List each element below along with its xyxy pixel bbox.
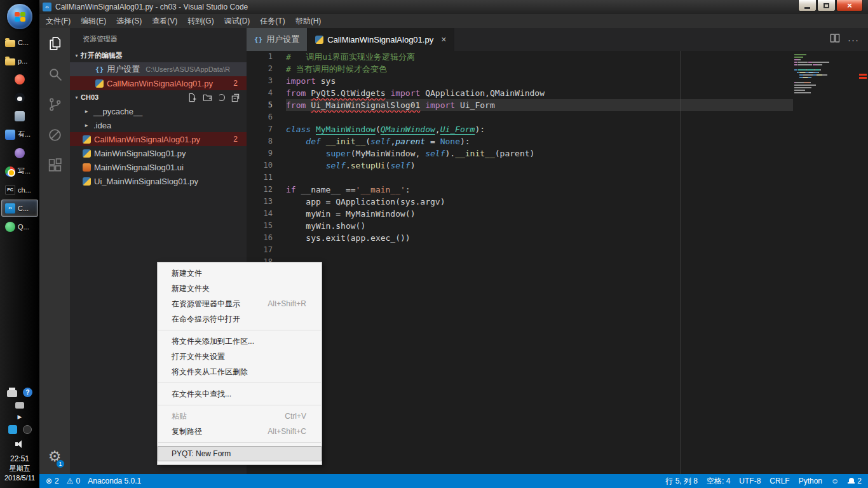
status-item[interactable]: UTF-8 [739,477,761,485]
search-icon[interactable] [39,58,70,89]
taskbar-app-pycharm[interactable]: PCch... [1,181,38,198]
settings-gear-icon[interactable]: ⚙ 1 [39,445,70,468]
printer-icon[interactable] [7,390,17,397]
menubar-item[interactable]: 调试(D) [219,14,255,28]
status-item[interactable]: ⚠0 [67,477,80,485]
taskbar-app-github[interactable] [1,89,38,106]
context-menu-item[interactable]: 新建文件 [158,266,322,281]
context-menu-item[interactable]: 在资源管理器中显示Alt+Shift+R [158,296,322,311]
context-menu-item[interactable]: 复制路径Alt+Shift+C [158,424,322,439]
taskbar-app-qq[interactable]: Q... [1,218,38,235]
status-item[interactable]: CRLF [770,477,789,485]
context-menu-item[interactable]: 粘贴Ctrl+V [158,409,322,424]
taskbar-app-youdao[interactable]: 有... [1,126,38,143]
folder-section-header[interactable]: ▾ CH03 [70,90,247,104]
menubar-item[interactable]: 文件(F) [41,14,76,28]
taskbar-app-purple[interactable] [1,144,38,161]
refresh-icon[interactable] [218,94,225,101]
code-line[interactable]: 2# 当有调用的时候才会变色 [247,63,793,75]
fax-icon[interactable] [15,402,24,409]
status-item[interactable]: 空格: 4 [707,476,730,487]
code-line[interactable]: 8 def __init__(self,parent = None): [247,135,793,147]
more-actions-icon[interactable]: ··· [848,35,859,44]
context-menu-item[interactable]: 将文件夹从工作区删除 [158,364,322,379]
taskbar-folder-p[interactable]: p... [1,52,38,69]
taskbar-folder-c[interactable]: C... [1,34,38,51]
context-menu-item[interactable]: 在文件夹中查找... [158,386,322,402]
status-item[interactable]: Python [799,477,822,485]
new-folder-icon[interactable] [203,93,212,102]
debug-icon[interactable] [39,119,70,150]
open-editor-item[interactable]: CallMianWinSignalAlog01.py2 [70,76,247,90]
code-line[interactable]: 7class MyMainWindow(QMainWindow,Ui_Form)… [247,123,793,135]
context-menu-item[interactable]: 将文件夹添加到工作区... [158,334,322,349]
close-button[interactable]: × [836,0,863,11]
context-menu-item[interactable]: PYQT: New Form [158,446,322,461]
context-menu-item[interactable]: 新建文件夹 [158,281,322,296]
tree-file[interactable]: MainWinSignalSlog01.ui [70,160,247,174]
source-control-icon[interactable] [39,89,70,119]
editor-tab[interactable]: CallMianWinSignalAlog01.py× [308,28,454,51]
code-line[interactable]: 1# 调用ui界面实现业务逻辑分离 [247,51,793,63]
code-line[interactable]: 11 [247,172,793,184]
context-menu-item[interactable]: 打开文件夹设置 [158,349,322,364]
code-line[interactable]: 17 [247,244,793,256]
code-line[interactable]: 12if __name__ =='__main__': [247,184,793,196]
menubar-item[interactable]: 编辑(E) [76,14,111,28]
help-icon[interactable]: ? [23,388,32,397]
menubar-item[interactable]: 查看(V) [147,14,182,28]
taskbar-app-writer[interactable]: 写... [1,163,38,180]
close-tab-icon[interactable]: × [441,34,446,44]
code-line[interactable]: 3import sys [247,75,793,87]
context-menu-item[interactable]: 在命令提示符中打开 [158,311,322,327]
collapse-all-icon[interactable] [231,93,240,102]
minimap[interactable] [794,54,853,100]
status-item[interactable]: 行 5, 列 8 [665,476,698,487]
expand-icon[interactable]: ▶ [18,414,22,420]
split-editor-icon[interactable] [830,33,840,46]
line-number: 5 [247,99,286,111]
minimize-button[interactable] [798,0,817,11]
status-item[interactable]: ☺ [831,477,839,485]
tree-file[interactable]: CallMianWinSignalAlog01.py2 [70,132,247,146]
menubar-item[interactable]: 选择(S) [111,14,147,28]
code-line[interactable]: 5from Ui_MainWinSignalSlog01 import Ui_F… [247,99,793,111]
code-area[interactable]: 1# 调用ui界面实现业务逻辑分离2# 当有调用的时候才会变色3import s… [247,51,793,268]
status-item[interactable]: Anaconda 5.0.1 [88,477,141,485]
blue-app-icon[interactable] [8,425,17,434]
code-line[interactable]: 15 myWin.show() [247,220,793,232]
maximize-button[interactable] [817,0,836,11]
title-bar[interactable]: ‹› CallMianWinSignalAlog01.py - ch03 - V… [39,0,868,14]
code-line[interactable]: 9 super(MyMainWindow, self).__init__(par… [247,147,793,159]
status-item[interactable]: ⊗2 [46,477,59,485]
editor-tab[interactable]: {}用户设置 [247,28,308,51]
taskbar-app-vscode[interactable]: ‹›C... [1,200,38,217]
code-line[interactable]: 13 app = QApplication(sys.argv) [247,196,793,208]
tree-file[interactable]: MainWinSignalSlog01.py [70,146,247,160]
new-file-icon[interactable] [187,93,197,102]
taskbar-app-red[interactable] [1,71,38,88]
editor-body[interactable]: 1# 调用ui界面实现业务逻辑分离2# 当有调用的时候才会变色3import s… [247,51,868,474]
menubar-item[interactable]: 转到(G) [182,14,219,28]
taskbar-app-gray[interactable] [1,107,38,125]
tree-folder[interactable]: ▸__pycache__ [70,104,247,118]
menubar-item[interactable]: 帮助(H) [290,14,327,28]
tree-folder[interactable]: ▸.idea [70,118,247,132]
tree-file[interactable]: Ui_MainWinSignalSlog01.py [70,174,247,188]
extensions-icon[interactable] [39,150,70,180]
explorer-icon[interactable] [39,28,70,58]
volume-icon[interactable] [15,439,25,449]
open-editor-item[interactable]: {}用户设置C:\Users\ASUS\AppData\Roa... [70,62,247,76]
open-editors-header[interactable]: ▾ 打开的编辑器 [70,48,247,62]
code-line[interactable]: 16 sys.exit(app.exec_()) [247,232,793,244]
code-line[interactable]: 6 [247,111,793,123]
dark-app-icon[interactable] [23,425,32,434]
code-line[interactable]: 18 [247,256,793,268]
code-line[interactable]: 14 myWin = MyMainWindow() [247,208,793,220]
code-line[interactable]: 10 self.setupUi(self) [247,159,793,172]
taskbar-clock[interactable]: 22:51 星期五 2018/5/11 [4,454,35,483]
menubar-item[interactable]: 任务(T) [255,14,290,28]
status-item[interactable]: 2 [848,477,862,485]
start-button[interactable] [7,4,32,29]
code-line[interactable]: 4from PyQt5.QtWidgets import QApplicatio… [247,87,793,99]
